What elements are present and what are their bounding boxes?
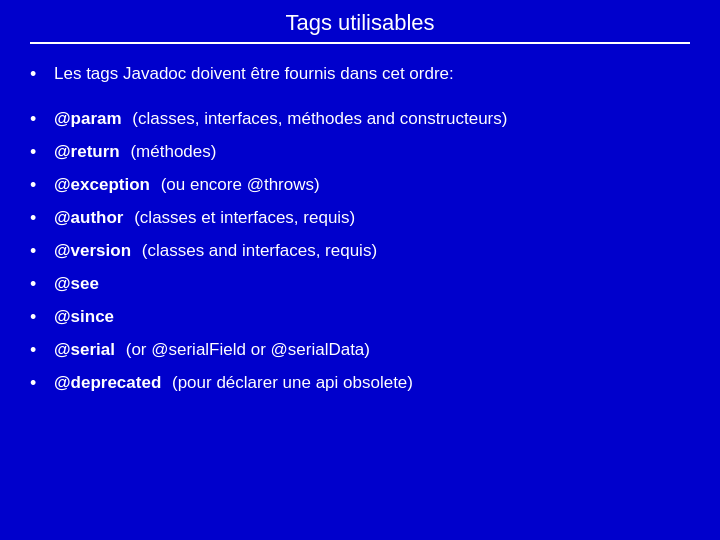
list-item-text: @exception (ou encore @throws) — [54, 172, 690, 198]
list-item: •@param (classes, interfaces, méthodes a… — [30, 103, 690, 136]
intro-text: Les tags Javadoc doivent être fournis da… — [54, 61, 690, 87]
list-item: •@see — [30, 268, 690, 301]
list-bullet: • — [30, 172, 54, 199]
tag-name: @author — [54, 208, 123, 227]
tag-description: (pour déclarer une api obsolete) — [167, 373, 413, 392]
main-container: Tags utilisables • Les tags Javadoc doiv… — [0, 0, 720, 540]
tag-description: (ou encore @throws) — [156, 175, 320, 194]
tag-name: @return — [54, 142, 120, 161]
content-area: • Les tags Javadoc doivent être fournis … — [30, 58, 690, 400]
list-item: •@deprecated (pour déclarer une api obso… — [30, 367, 690, 400]
tag-name: @since — [54, 307, 114, 326]
list-item: •@exception (ou encore @throws) — [30, 169, 690, 202]
items-list: •@param (classes, interfaces, méthodes a… — [30, 103, 690, 400]
intro-item: • Les tags Javadoc doivent être fournis … — [30, 58, 690, 91]
list-bullet: • — [30, 205, 54, 232]
tag-description: (or @serialField or @serialData) — [121, 340, 370, 359]
list-bullet: • — [30, 271, 54, 298]
list-item-text: @see — [54, 271, 690, 297]
list-item: •@return (méthodes) — [30, 136, 690, 169]
list-item-text: @author (classes et interfaces, requis) — [54, 205, 690, 231]
tag-description: (méthodes) — [126, 142, 217, 161]
list-bullet: • — [30, 139, 54, 166]
list-bullet: • — [30, 370, 54, 397]
intro-bullet: • — [30, 61, 54, 88]
list-item: •@version (classes and interfaces, requi… — [30, 235, 690, 268]
list-item-text: @deprecated (pour déclarer une api obsol… — [54, 370, 690, 396]
list-item-text: @since — [54, 304, 690, 330]
tag-name: @exception — [54, 175, 150, 194]
page-title: Tags utilisables — [30, 10, 690, 36]
list-bullet: • — [30, 304, 54, 331]
list-bullet: • — [30, 337, 54, 364]
list-item: •@since — [30, 301, 690, 334]
list-item-text: @return (méthodes) — [54, 139, 690, 165]
tag-name: @version — [54, 241, 131, 260]
tag-description: (classes, interfaces, méthodes and const… — [128, 109, 508, 128]
list-item-text: @param (classes, interfaces, méthodes an… — [54, 106, 690, 132]
tag-description: (classes et interfaces, requis) — [129, 208, 355, 227]
list-item: •@author (classes et interfaces, requis) — [30, 202, 690, 235]
tag-name: @param — [54, 109, 122, 128]
list-item-text: @serial (or @serialField or @serialData) — [54, 337, 690, 363]
list-bullet: • — [30, 238, 54, 265]
tag-name: @see — [54, 274, 99, 293]
title-section: Tags utilisables — [30, 10, 690, 44]
tag-name: @serial — [54, 340, 115, 359]
list-bullet: • — [30, 106, 54, 133]
list-item: •@serial (or @serialField or @serialData… — [30, 334, 690, 367]
list-item-text: @version (classes and interfaces, requis… — [54, 238, 690, 264]
tag-description: (classes and interfaces, requis) — [137, 241, 377, 260]
tag-name: @deprecated — [54, 373, 161, 392]
